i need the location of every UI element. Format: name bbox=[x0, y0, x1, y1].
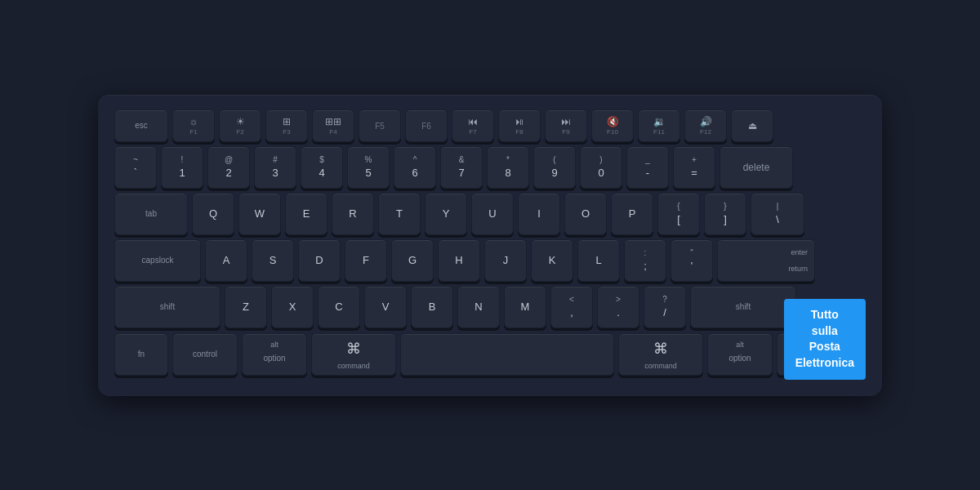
key-w[interactable]: W bbox=[238, 193, 281, 235]
key-9[interactable]: ( 9 bbox=[533, 146, 576, 189]
key-slash[interactable]: ? / bbox=[644, 286, 686, 328]
key-r[interactable]: R bbox=[332, 193, 374, 235]
key-o[interactable]: O bbox=[564, 193, 607, 235]
key-f12[interactable]: 🔊 F12 bbox=[684, 109, 727, 142]
key-f10[interactable]: 🔇 F10 bbox=[591, 109, 634, 142]
key-f3[interactable]: ⊞ F3 bbox=[265, 109, 308, 142]
key-v[interactable]: V bbox=[364, 286, 407, 328]
key-shift-left[interactable]: shift bbox=[114, 286, 220, 328]
key-option-left[interactable]: alt option bbox=[242, 333, 307, 376]
key-backtick[interactable]: ~ ` bbox=[114, 146, 157, 189]
key-7[interactable]: & 7 bbox=[440, 146, 483, 189]
key-semicolon[interactable]: : ; bbox=[624, 239, 666, 282]
key-backslash[interactable]: | \ bbox=[751, 193, 804, 235]
key-q[interactable]: Q bbox=[192, 193, 234, 235]
logo-line4: Elettronica bbox=[795, 355, 854, 372]
key-capslock[interactable]: capslock bbox=[114, 239, 201, 282]
key-f7[interactable]: ⏮ F7 bbox=[452, 109, 494, 142]
keyboard: esc ☼ F1 ☀ F2 ⊞ F3 ⊞⊞ F4 F5 F6 ⏮ F7 ⏯ bbox=[98, 95, 882, 396]
key-a[interactable]: A bbox=[205, 239, 247, 282]
key-p[interactable]: P bbox=[611, 193, 653, 235]
key-u[interactable]: U bbox=[471, 193, 514, 235]
qwerty-row: tab Q W E R T Y U I O P { [ } ] | \ bbox=[114, 193, 866, 235]
key-enter[interactable]: enter return bbox=[717, 239, 815, 282]
key-z[interactable]: Z bbox=[225, 286, 267, 328]
key-quote[interactable]: " ' bbox=[670, 239, 713, 282]
key-f[interactable]: F bbox=[345, 239, 387, 282]
key-3[interactable]: # 3 bbox=[254, 146, 296, 189]
key-s[interactable]: S bbox=[252, 239, 294, 282]
key-m[interactable]: M bbox=[504, 286, 546, 328]
key-c[interactable]: C bbox=[318, 286, 360, 328]
logo-line3: Posta bbox=[795, 339, 854, 355]
key-f9[interactable]: ⏭ F9 bbox=[545, 109, 587, 142]
key-tab[interactable]: tab bbox=[114, 193, 188, 235]
key-option-right[interactable]: alt option bbox=[707, 333, 773, 376]
key-f8[interactable]: ⏯ F8 bbox=[498, 109, 541, 142]
key-lbracket[interactable]: { [ bbox=[657, 193, 700, 235]
bottom-row: fn control alt option ⌘ command ⌘ comman… bbox=[114, 332, 866, 376]
fn-row: esc ☼ F1 ☀ F2 ⊞ F3 ⊞⊞ F4 F5 F6 ⏮ F7 ⏯ bbox=[114, 109, 866, 142]
key-1[interactable]: ! 1 bbox=[161, 146, 203, 189]
key-d[interactable]: D bbox=[298, 239, 341, 282]
key-x[interactable]: X bbox=[271, 286, 314, 328]
number-row: ~ ` ! 1 @ 2 # 3 $ 4 bbox=[114, 146, 866, 189]
key-8[interactable]: * 8 bbox=[487, 146, 529, 189]
key-4[interactable]: $ 4 bbox=[301, 146, 343, 189]
key-n[interactable]: N bbox=[457, 286, 500, 328]
key-esc[interactable]: esc bbox=[114, 109, 168, 142]
key-b[interactable]: B bbox=[411, 286, 453, 328]
key-t[interactable]: T bbox=[378, 193, 421, 235]
key-control[interactable]: control bbox=[172, 333, 238, 376]
key-period[interactable]: > . bbox=[597, 286, 639, 328]
key-f1[interactable]: ☼ F1 bbox=[172, 109, 215, 142]
key-f5[interactable]: F5 bbox=[359, 109, 401, 142]
key-2[interactable]: @ 2 bbox=[207, 146, 250, 189]
logo-line2: sulla bbox=[795, 323, 854, 340]
key-comma[interactable]: < , bbox=[550, 286, 593, 328]
key-0[interactable]: ) 0 bbox=[580, 146, 622, 189]
key-g[interactable]: G bbox=[391, 239, 434, 282]
key-i[interactable]: I bbox=[518, 193, 560, 235]
key-j[interactable]: J bbox=[484, 239, 527, 282]
key-y[interactable]: Y bbox=[425, 193, 467, 235]
key-rbracket[interactable]: } ] bbox=[704, 193, 746, 235]
key-equals[interactable]: + = bbox=[673, 146, 715, 189]
key-eject[interactable]: ⏏ bbox=[731, 109, 773, 142]
key-5[interactable]: % 5 bbox=[347, 146, 390, 189]
key-delete[interactable]: delete bbox=[719, 146, 793, 189]
key-space[interactable] bbox=[400, 333, 614, 376]
key-e[interactable]: E bbox=[285, 193, 327, 235]
key-f11[interactable]: 🔉 F11 bbox=[638, 109, 680, 142]
key-command-right[interactable]: ⌘ command bbox=[618, 333, 703, 376]
key-f6[interactable]: F6 bbox=[405, 109, 448, 142]
key-shift-right[interactable]: shift bbox=[690, 286, 796, 328]
key-command-left[interactable]: ⌘ command bbox=[311, 333, 396, 376]
key-f2[interactable]: ☀ F2 bbox=[219, 109, 261, 142]
zxcv-row: shift Z X C V B N M < , > . ? / shif bbox=[114, 286, 866, 328]
key-minus[interactable]: _ - bbox=[626, 146, 669, 189]
logo-badge: Tutto sulla Posta Elettronica bbox=[784, 299, 866, 379]
key-h[interactable]: H bbox=[438, 239, 480, 282]
logo-line1: Tutto bbox=[795, 307, 854, 323]
key-f4[interactable]: ⊞⊞ F4 bbox=[312, 109, 354, 142]
key-l[interactable]: L bbox=[577, 239, 620, 282]
key-6[interactable]: ^ 6 bbox=[394, 146, 436, 189]
key-k[interactable]: K bbox=[531, 239, 573, 282]
home-row: capslock A S D F G H J K L : ; " ' enter… bbox=[114, 239, 866, 282]
key-fn[interactable]: fn bbox=[114, 333, 168, 376]
